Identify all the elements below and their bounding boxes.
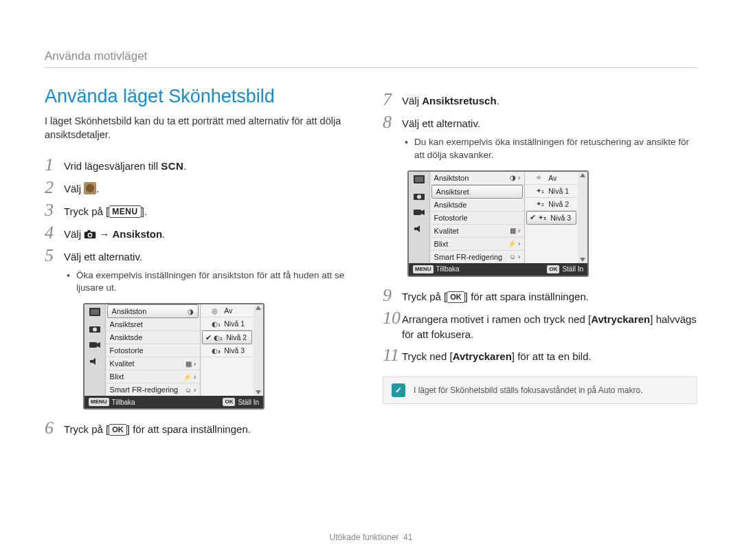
menu-item-fotostorlek[interactable]: Fotostorle (430, 212, 525, 225)
step-number: 9 (383, 287, 402, 304)
step-text: Vrid lägesväljaren till (64, 160, 158, 172)
step-number: 10 (383, 309, 402, 327)
menu-item-ansiktston[interactable]: Ansiktston◑ › (430, 172, 525, 185)
lcd-scroll-arrows (254, 304, 263, 396)
step-text: Tryck på [ (64, 205, 109, 217)
sub-text: Du kan exempelvis öka inställningen för … (414, 136, 697, 162)
lcd-menu-list: Ansiktston◑ › Ansiktsret Ansiktsde Fotos… (429, 172, 526, 263)
step-target: Avtryckaren (453, 350, 512, 362)
lcd-back-hint: MENUTillbaka (85, 398, 139, 406)
page-footer: Utökade funktioner 41 (0, 533, 742, 542)
svg-marker-10 (90, 358, 95, 365)
step-text: Välj (64, 228, 81, 240)
step-5: 5 Välj ett alternativ. (45, 247, 359, 265)
camera-icon (84, 229, 96, 239)
step-text: Tryck ned [ (402, 350, 453, 362)
lcd-menu-list: Ansiktston◑ Ansiktsret Ansiktsde Fotosto… (105, 304, 201, 396)
left-column: Använda läget Skönhetsbild I läget Skönh… (45, 86, 359, 442)
menu-item-smart-fr[interactable]: Smart FR-redigering☺ › (430, 251, 525, 263)
step-text: . (183, 160, 186, 172)
page-title: Använda läget Skönhetsbild (45, 86, 359, 107)
step-3: 3 Tryck på [MENU]. (45, 201, 359, 219)
sub-text: Öka exempelvis inställningen för ansikts… (76, 269, 359, 295)
step-text: . (162, 228, 165, 240)
step-text: . (96, 183, 99, 194)
step-number: 6 (45, 419, 64, 437)
scene-mode-icon (412, 174, 426, 185)
step-2: 2 Välj . (45, 179, 359, 197)
svg-rect-1 (87, 230, 91, 232)
svg-marker-16 (421, 210, 425, 215)
step-number: 2 (45, 179, 64, 197)
step-6: 6 Tryck på [OK] för att spara inställnin… (45, 419, 359, 437)
info-note: ✓ I läget för Skönhetsbild ställs fokusa… (383, 377, 697, 404)
lcd-scroll-arrows (578, 172, 587, 263)
sound-mode-icon (88, 356, 102, 367)
lcd-option-list: ◎Av ◐₁Nivå 1 ✔◐₂Nivå 2 ◐₃Nivå 3 (201, 304, 254, 396)
option-niva-2[interactable]: ✔◐₂Nivå 2 (202, 331, 252, 344)
note-icon: ✓ (392, 383, 405, 397)
menu-item-blixt[interactable]: Blixt⚡ › (430, 238, 525, 251)
svg-point-3 (89, 234, 91, 236)
option-niva-2[interactable]: ✦₂Nivå 2 (525, 198, 578, 211)
option-niva-1[interactable]: ◐₁Nivå 1 (201, 317, 254, 331)
lcd-side-icons (85, 304, 105, 396)
menu-item-ansiktsdetektering[interactable]: Ansiktsde (106, 331, 201, 344)
menu-item-kvalitet[interactable]: Kvalitet▦ › (430, 225, 525, 238)
ok-key-icon: OK (109, 424, 127, 436)
option-av[interactable]: ✧Av (525, 172, 578, 185)
svg-point-7 (93, 328, 97, 332)
option-niva-3[interactable]: ✔✦₃Nivå 3 (526, 211, 576, 225)
camera-mode-icon (412, 190, 426, 201)
option-niva-1[interactable]: ✦₁Nivå 1 (525, 185, 578, 198)
scroll-up-icon[interactable] (256, 306, 261, 310)
lcd-set-hint: OKStäll In (543, 265, 587, 273)
menu-item-ansiktsretusch[interactable]: Ansiktsret (431, 185, 524, 199)
camera-lcd-ansiktsretusch: Ansiktston◑ › Ansiktsret Ansiktsde Fotos… (407, 170, 589, 277)
camera-lcd-ansiktston: Ansiktston◑ Ansiktsret Ansiktsde Fotosto… (83, 303, 265, 410)
camera-mode-icon (88, 323, 102, 334)
step-7: 7 Välj Ansiktsretusch. (383, 91, 697, 109)
svg-rect-12 (415, 177, 423, 182)
menu-item-smart-fr[interactable]: Smart FR-redigering☺ › (106, 383, 201, 396)
menu-item-ansiktsretusch[interactable]: Ansiktsret (106, 318, 201, 331)
lcd-side-icons (409, 172, 429, 263)
step-9: 9 Tryck på [OK] för att spara inställnin… (383, 287, 697, 304)
svg-rect-5 (91, 309, 99, 315)
ok-key-icon: OK (447, 291, 465, 303)
bullet-icon: • (67, 269, 76, 283)
beauty-face-icon (84, 182, 96, 194)
step-text: Tryck på [ (402, 291, 447, 302)
menu-key-icon: MENU (109, 205, 141, 218)
bullet-icon: • (405, 136, 414, 150)
step-number: 11 (383, 346, 402, 364)
video-mode-icon (88, 339, 102, 350)
scroll-down-icon[interactable] (580, 258, 585, 262)
sound-mode-icon (412, 223, 426, 234)
step-4: 4 Välj → Ansikston. (45, 224, 359, 242)
step-5-sub: • Öka exempelvis inställningen för ansik… (67, 269, 359, 295)
intro-text: I läget Skönhetsbild kan du ta ett portr… (45, 114, 359, 142)
menu-item-ansiktsdetektering[interactable]: Ansiktsde (430, 199, 525, 212)
menu-item-fotostorlek[interactable]: Fotostorle (106, 344, 201, 357)
step-target: Ansiktsretusch (422, 95, 496, 107)
scn-label: SCN (161, 160, 183, 172)
step-8-sub: • Du kan exempelvis öka inställningen fö… (405, 136, 697, 162)
scroll-down-icon[interactable] (256, 390, 261, 394)
step-10: 10 Arrangera motivet i ramen och tryck n… (383, 309, 697, 342)
scroll-up-icon[interactable] (580, 173, 585, 177)
menu-item-kvalitet[interactable]: Kvalitet▦ › (106, 357, 201, 370)
step-text: ] för att spara inställningen. (465, 291, 589, 302)
option-niva-3[interactable]: ◐₃Nivå 3 (201, 344, 254, 357)
step-text: Välj (402, 95, 422, 107)
menu-item-ansiktston[interactable]: Ansiktston◑ (107, 304, 199, 318)
video-mode-icon (412, 207, 426, 218)
step-number: 5 (45, 247, 64, 265)
menu-item-blixt[interactable]: Blixt⚡ › (106, 370, 201, 383)
step-11: 11 Tryck ned [Avtryckaren] för att ta en… (383, 346, 697, 364)
option-av[interactable]: ◎Av (201, 304, 254, 317)
svg-rect-15 (414, 210, 421, 215)
step-number: 3 (45, 201, 64, 219)
step-text: ]. (142, 205, 147, 217)
lcd-back-hint: MENUTillbaka (409, 265, 464, 273)
